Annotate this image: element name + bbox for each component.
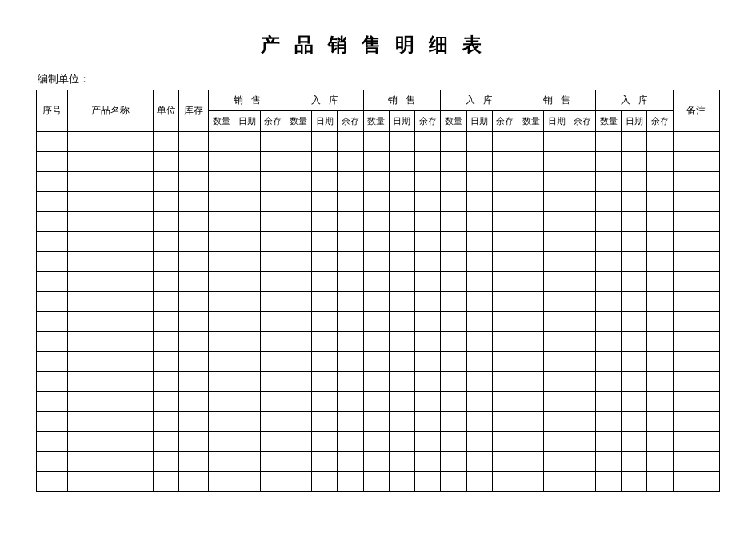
table-cell <box>466 152 492 172</box>
table-cell <box>260 392 286 412</box>
table-cell <box>209 452 234 472</box>
table-cell <box>260 252 286 272</box>
table-cell <box>570 252 595 272</box>
table-cell <box>595 272 621 292</box>
table-cell <box>518 132 544 152</box>
table-cell <box>622 292 647 312</box>
table-cell <box>518 192 544 212</box>
table-cell <box>389 472 414 492</box>
col-qty: 数量 <box>363 111 389 132</box>
table-cell <box>492 312 518 332</box>
table-cell <box>466 352 492 372</box>
table-cell <box>622 472 647 492</box>
table-cell <box>234 352 260 372</box>
table-cell <box>154 392 179 412</box>
col-group-sale-3: 销售 <box>518 90 596 111</box>
table-cell <box>312 132 338 152</box>
table-cell <box>234 152 260 172</box>
table-cell <box>154 172 179 192</box>
table-cell <box>234 272 260 292</box>
table-cell <box>415 472 441 492</box>
table-cell <box>492 172 518 192</box>
col-remain: 余存 <box>647 111 673 132</box>
table-cell <box>544 272 570 292</box>
table-cell <box>622 372 647 392</box>
table-cell <box>234 252 260 272</box>
table-cell <box>441 372 466 392</box>
col-stock: 库存 <box>179 90 209 132</box>
table-cell <box>673 332 719 352</box>
table-cell <box>363 132 389 152</box>
table-cell <box>647 232 673 252</box>
col-remain: 余存 <box>260 111 286 132</box>
table-cell <box>441 352 466 372</box>
table-cell <box>518 152 544 172</box>
table-cell <box>363 212 389 232</box>
table-cell <box>338 152 363 172</box>
table-cell <box>622 232 647 252</box>
table-cell <box>154 452 179 472</box>
table-cell <box>37 352 68 372</box>
table-cell <box>312 272 338 292</box>
table-cell <box>363 332 389 352</box>
table-body <box>37 132 720 492</box>
table-cell <box>415 252 441 272</box>
table-cell <box>622 172 647 192</box>
table-cell <box>37 192 68 212</box>
table-cell <box>622 272 647 292</box>
table-cell <box>570 472 595 492</box>
table-cell <box>209 252 234 272</box>
table-cell <box>286 412 311 432</box>
table-cell <box>415 132 441 152</box>
table-cell <box>67 192 154 212</box>
table-cell <box>518 332 544 352</box>
table-cell <box>595 292 621 312</box>
table-cell <box>570 272 595 292</box>
table-cell <box>441 252 466 272</box>
table-cell <box>492 452 518 472</box>
table-cell <box>234 452 260 472</box>
table-row <box>37 132 720 152</box>
table-cell <box>647 392 673 412</box>
table-cell <box>338 272 363 292</box>
table-cell <box>179 452 209 472</box>
col-group-inbound-3: 入库 <box>595 90 673 111</box>
table-cell <box>518 272 544 292</box>
table-cell <box>544 432 570 452</box>
table-cell <box>154 332 179 352</box>
table-cell <box>647 332 673 352</box>
table-cell <box>312 312 338 332</box>
table-cell <box>67 272 154 292</box>
table-cell <box>260 132 286 152</box>
table-cell <box>518 172 544 192</box>
table-cell <box>622 452 647 472</box>
table-cell <box>37 272 68 292</box>
table-cell <box>595 392 621 412</box>
table-cell <box>441 472 466 492</box>
table-cell <box>595 212 621 232</box>
table-cell <box>234 292 260 312</box>
table-cell <box>544 332 570 352</box>
table-cell <box>338 392 363 412</box>
table-row <box>37 332 720 352</box>
table-cell <box>234 372 260 392</box>
table-cell <box>415 192 441 212</box>
table-cell <box>338 312 363 332</box>
table-cell <box>441 452 466 472</box>
table-cell <box>179 412 209 432</box>
table-cell <box>544 352 570 372</box>
table-cell <box>338 292 363 312</box>
table-row <box>37 392 720 412</box>
col-date: 日期 <box>389 111 414 132</box>
table-row <box>37 472 720 492</box>
table-cell <box>673 312 719 332</box>
table-cell <box>570 432 595 452</box>
table-cell <box>234 232 260 252</box>
table-cell <box>466 192 492 212</box>
table-cell <box>673 452 719 472</box>
table-cell <box>312 252 338 272</box>
table-cell <box>363 432 389 452</box>
col-remain: 余存 <box>492 111 518 132</box>
table-cell <box>441 152 466 172</box>
table-cell <box>37 392 68 412</box>
